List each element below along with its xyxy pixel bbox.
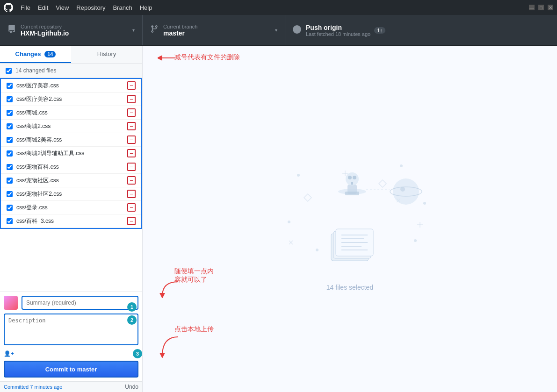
step-2-badge: 2 [127, 315, 137, 325]
file-name: css\商城2训导辅助工具.css [16, 150, 125, 157]
branch-text: Current branch master [163, 24, 197, 37]
push-origin-section[interactable]: Push origin Last fetched 18 minutes ago … [285, 15, 423, 45]
commit-area: 1 2 👤+ 3 Commit to master [0, 292, 142, 381]
list-item[interactable]: css\商城.css [1, 106, 141, 120]
file-name: css\商城2美容.css [16, 136, 125, 144]
svg-point-3 [423, 202, 426, 205]
branch-name: master [163, 29, 197, 37]
file-delete-icon [127, 81, 136, 90]
list-item[interactable]: css\登录.css [1, 201, 141, 214]
file-name: css\商城2.css [16, 122, 125, 130]
svg-point-2 [400, 164, 403, 167]
illustration: 14 files selected [261, 147, 439, 291]
main-layout: Changes 14 History 14 changed files css\… [0, 46, 557, 392]
file-name: css\医疗美容.css [16, 82, 125, 90]
list-item[interactable]: css\商城2美容.css [1, 133, 141, 147]
file-delete-icon [127, 122, 136, 130]
file-checkbox[interactable] [7, 123, 13, 129]
list-item[interactable]: css\医疗美容.css [1, 79, 141, 93]
changes-badge: 14 [44, 51, 56, 57]
svg-rect-21 [351, 182, 353, 185]
current-branch-section[interactable]: Current branch master ▾ [143, 15, 285, 45]
svg-point-5 [316, 249, 318, 251]
repo-name: HXM-Lgithub.io [21, 29, 69, 37]
sidebar: Changes 14 History 14 changed files css\… [0, 46, 143, 392]
list-item[interactable]: css\宠物社区2.css [1, 187, 141, 201]
file-delete-icon [127, 203, 136, 212]
menu-file[interactable]: File [17, 2, 34, 13]
commit-summary-row: 1 [4, 296, 138, 310]
add-coauthor-button[interactable]: 👤+ [4, 350, 14, 357]
changed-files-header: 14 changed files [0, 64, 142, 78]
commit-footer: 👤+ 3 [4, 350, 138, 357]
file-name: css\百科_3.css [16, 217, 125, 225]
step-3-badge: 3 [133, 349, 142, 358]
repo-caret: ▾ [132, 28, 135, 33]
file-delete-icon [127, 149, 136, 157]
menu-view[interactable]: View [52, 2, 72, 13]
list-item[interactable]: css\商城2.css [1, 120, 141, 133]
tab-changes[interactable]: Changes 14 [0, 46, 71, 63]
file-checkbox[interactable] [7, 96, 13, 102]
file-delete-icon [127, 190, 136, 198]
list-item[interactable]: css\百科_3.css [1, 214, 141, 228]
svg-rect-17 [345, 192, 359, 195]
menu-help[interactable]: Help [136, 2, 156, 13]
svg-point-6 [414, 239, 417, 242]
branch-label: Current branch [163, 24, 197, 29]
file-name: css\宠物社区.css [16, 177, 125, 185]
close-button[interactable]: ✕ [548, 5, 553, 10]
tab-history[interactable]: History [71, 46, 142, 63]
svg-point-22 [393, 178, 419, 205]
list-item[interactable]: css\宠物百科.css [1, 160, 141, 174]
file-name: css\商城.css [16, 109, 125, 117]
menu-repository[interactable]: Repository [72, 2, 109, 13]
file-name: css\登录.css [16, 204, 125, 212]
file-name: css\宠物百科.css [16, 163, 125, 171]
file-checkbox[interactable] [7, 83, 13, 89]
file-checkbox[interactable] [7, 178, 13, 184]
file-delete-icon [127, 217, 136, 225]
file-checkbox[interactable] [7, 191, 13, 197]
description-textarea[interactable] [4, 314, 138, 345]
files-selected-text: 14 files selected [326, 284, 373, 291]
summary-input[interactable] [22, 296, 138, 310]
toolbar: Current repository HXM-Lgithub.io ▾ Curr… [0, 15, 557, 46]
minimize-button[interactable]: — [529, 5, 535, 10]
svg-point-1 [297, 174, 300, 177]
push-label: Push origin [306, 24, 370, 31]
select-all-checkbox[interactable] [6, 68, 12, 74]
svg-point-24 [400, 187, 405, 192]
menu-edit[interactable]: Edit [34, 2, 52, 13]
list-item[interactable]: css\商城2训导辅助工具.css [1, 147, 141, 160]
commit-btn-label: Commit to [45, 366, 77, 373]
repo-icon [7, 25, 16, 36]
file-list: css\医疗美容.css css\医疗美容2.css css\商城.css cs… [0, 78, 142, 292]
maximize-button[interactable]: □ [538, 5, 544, 10]
file-checkbox[interactable] [7, 137, 13, 143]
menu-branch[interactable]: Branch [109, 2, 136, 13]
list-item[interactable]: css\宠物社区.css [1, 174, 141, 187]
arrow-2 [158, 279, 179, 298]
undo-button[interactable]: Undo [125, 384, 138, 390]
push-icon [293, 25, 301, 36]
file-checkbox[interactable] [7, 205, 13, 211]
current-repo-section[interactable]: Current repository HXM-Lgithub.io ▾ [0, 15, 143, 45]
push-text: Push origin Last fetched 18 minutes ago [306, 24, 370, 37]
file-checkbox[interactable] [7, 150, 13, 157]
file-checkbox[interactable] [7, 164, 13, 170]
branch-caret: ▾ [275, 28, 277, 33]
file-checkbox[interactable] [7, 218, 13, 224]
list-item[interactable]: css\医疗美容2.css [1, 93, 141, 106]
tabs: Changes 14 History [0, 46, 142, 64]
commit-button[interactable]: Commit to master [4, 361, 138, 378]
repo-text: Current repository HXM-Lgithub.io [21, 24, 69, 37]
file-checkbox[interactable] [7, 110, 13, 116]
committed-text[interactable]: Committed 7 minutes ago [4, 384, 62, 390]
coauthor-icon: 👤+ [4, 350, 14, 357]
branch-icon [150, 25, 159, 36]
push-sub: Last fetched 18 minutes ago [306, 31, 370, 37]
content-area: 减号代表有文件的删除 随便填一点内容就可以了 点击本地上传 [143, 46, 557, 392]
file-delete-icon [127, 163, 136, 171]
file-delete-icon [127, 95, 136, 103]
